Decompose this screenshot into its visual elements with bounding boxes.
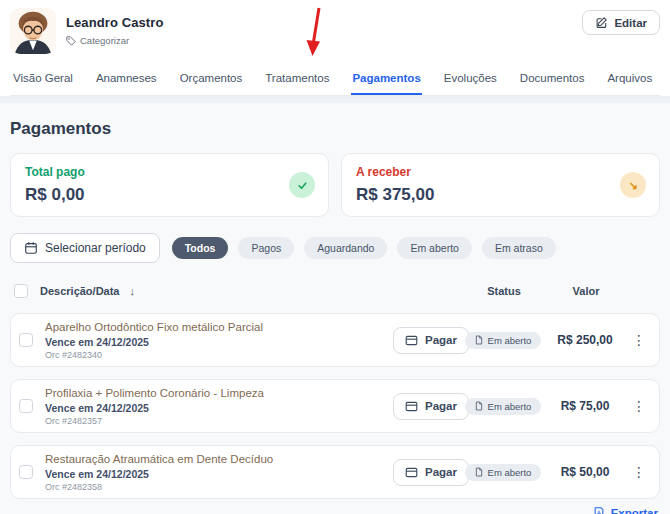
column-value: Valor	[546, 285, 626, 297]
payment-row: Aparelho Ortodôntico Fixo metálico Parci…	[10, 313, 660, 367]
document-icon	[475, 401, 483, 411]
status-badge: Em aberto	[465, 332, 542, 349]
receivable-label: A receber	[356, 165, 645, 179]
total-paid-card: Total pago R$ 0,00	[10, 153, 329, 217]
table-header: Descrição/Data ↓ Status Valor	[10, 281, 660, 301]
export-row: Exportar	[10, 507, 660, 514]
payment-value: R$ 50,00	[545, 465, 625, 479]
select-period-label: Selecionar período	[45, 241, 146, 255]
patient-header: Leandro Castro Categorizar Editar Visã	[0, 0, 670, 96]
row-description: Aparelho Ortodôntico Fixo metálico Parci…	[45, 319, 393, 362]
tab-evolucoes[interactable]: Evoluções	[443, 64, 498, 95]
edit-button[interactable]: Editar	[582, 10, 660, 35]
payment-value: R$ 75,00	[545, 399, 625, 413]
document-icon	[475, 335, 483, 345]
header-content-divider-strip	[0, 96, 670, 103]
tab-anamneses[interactable]: Anamneses	[95, 64, 158, 95]
payment-card-icon	[405, 334, 418, 347]
row-menu-button[interactable]: ⋮	[625, 329, 653, 351]
categorize-label: Categorizar	[80, 35, 129, 46]
pay-button[interactable]: Pagar	[393, 459, 469, 486]
receivable-value: R$ 375,00	[356, 185, 645, 205]
payment-value: R$ 250,00	[545, 333, 625, 347]
document-icon	[475, 467, 483, 477]
pay-button[interactable]: Pagar	[393, 327, 469, 354]
total-paid-label: Total pago	[25, 165, 314, 179]
tab-arquivos[interactable]: Arquivos	[606, 64, 653, 95]
tab-visao-geral[interactable]: Visão Geral	[12, 64, 74, 95]
row-description: Profilaxia + Polimento Coronário - Limpe…	[45, 385, 393, 428]
row-checkbox[interactable]	[19, 465, 33, 479]
patient-avatar	[10, 8, 56, 54]
row-menu-button[interactable]: ⋮	[625, 395, 653, 417]
export-file-icon	[593, 507, 605, 514]
patient-tabs: Visão Geral Anamneses Orçamentos Tratame…	[10, 64, 660, 96]
description-column-label: Descrição/Data	[40, 285, 120, 297]
tab-pagamentos[interactable]: Pagamentos	[351, 64, 421, 95]
pay-button-label: Pagar	[425, 334, 457, 346]
payments-content: Pagamentos Total pago R$ 0,00 A receber …	[0, 103, 670, 514]
total-paid-value: R$ 0,00	[25, 185, 314, 205]
procedure-title: Restauração Atraumática em Dente Decíduo	[45, 453, 393, 465]
pay-button[interactable]: Pagar	[393, 393, 469, 420]
status-badge: Em aberto	[465, 398, 542, 415]
budget-number: Orc #2482340	[45, 350, 393, 360]
procedure-title: Profilaxia + Polimento Coronário - Limpe…	[45, 387, 393, 399]
column-description-data: Descrição/Data ↓	[40, 285, 394, 297]
categorize-button[interactable]: Categorizar	[66, 35, 129, 46]
payment-row: Profilaxia + Polimento Coronário - Limpe…	[10, 379, 660, 433]
tab-documentos[interactable]: Documentos	[519, 64, 586, 95]
row-checkbox[interactable]	[19, 399, 33, 413]
payment-card-icon	[405, 466, 418, 479]
row-description: Restauração Atraumática em Dente Decíduo…	[45, 451, 393, 494]
filter-pill-aguardando[interactable]: Aguardando	[304, 237, 387, 259]
pay-button-label: Pagar	[425, 466, 457, 478]
patient-payments-screen: Leandro Castro Categorizar Editar Visã	[0, 0, 670, 514]
budget-number: Orc #2482357	[45, 416, 393, 426]
filter-pill-pagos[interactable]: Pagos	[238, 237, 294, 259]
status-badge-label: Em aberto	[488, 335, 532, 346]
summary-cards-row: Total pago R$ 0,00 A receber R$ 375,00 ↘	[10, 153, 660, 217]
due-date: Vence em 24/12/2025	[45, 336, 393, 348]
status-badge: Em aberto	[465, 464, 542, 481]
check-circle-icon	[289, 172, 315, 198]
row-checkbox[interactable]	[19, 333, 33, 347]
sort-descending-icon[interactable]: ↓	[130, 285, 136, 297]
page-title: Pagamentos	[10, 119, 660, 139]
tab-orcamentos[interactable]: Orçamentos	[179, 64, 244, 95]
select-all-checkbox[interactable]	[14, 284, 28, 298]
tag-icon	[66, 36, 76, 46]
patient-name-block: Leandro Castro Categorizar	[66, 8, 163, 50]
tab-tratamentos[interactable]: Tratamentos	[264, 64, 330, 95]
cartoon-avatar-illustration	[10, 8, 56, 54]
row-menu-button[interactable]: ⋮	[625, 461, 653, 483]
edit-pencil-icon	[595, 16, 608, 29]
filter-row: Selecionar período Todos Pagos Aguardand…	[10, 233, 660, 263]
calendar-icon	[24, 241, 38, 255]
status-badge-label: Em aberto	[488, 467, 532, 478]
filter-pill-em-atraso[interactable]: Em atraso	[482, 237, 556, 259]
procedure-title: Aparelho Ortodôntico Fixo metálico Parci…	[45, 321, 393, 333]
export-button[interactable]: Exportar	[593, 507, 658, 514]
profile-row: Leandro Castro Categorizar Editar	[10, 8, 660, 60]
receivable-card: A receber R$ 375,00 ↘	[341, 153, 660, 217]
pay-button-label: Pagar	[425, 400, 457, 412]
filter-pill-em-aberto[interactable]: Em aberto	[397, 237, 471, 259]
payment-row: Restauração Atraumática em Dente Decíduo…	[10, 445, 660, 499]
payment-card-icon	[405, 400, 418, 413]
patient-name: Leandro Castro	[66, 15, 163, 30]
edit-button-label: Editar	[614, 17, 647, 29]
status-badge-label: Em aberto	[488, 401, 532, 412]
due-date: Vence em 24/12/2025	[45, 468, 393, 480]
column-status: Status	[462, 285, 546, 297]
status-filter-pills: Todos Pagos Aguardando Em aberto Em atra…	[172, 237, 556, 259]
arrow-down-right-icon: ↘	[620, 172, 646, 198]
due-date: Vence em 24/12/2025	[45, 402, 393, 414]
export-label: Exportar	[611, 507, 658, 514]
budget-number: Orc #2482358	[45, 482, 393, 492]
select-period-button[interactable]: Selecionar período	[10, 233, 160, 263]
filter-pill-todos[interactable]: Todos	[172, 237, 229, 259]
